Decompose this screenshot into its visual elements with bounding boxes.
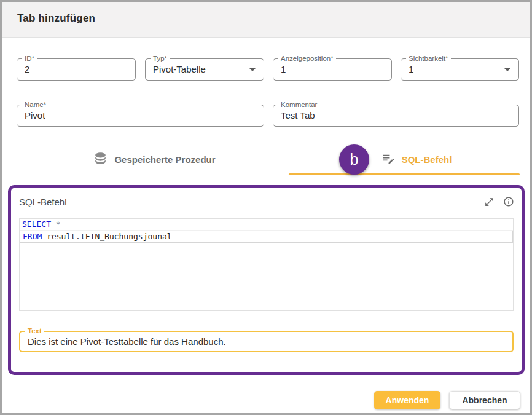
annotation-badge-b: b [339, 144, 369, 175]
sql-code-text: * [51, 219, 61, 229]
sichtbarkeit-select-value: 1 [409, 59, 413, 80]
text-field[interactable]: Text Dies ist eine Pivot-Testtabelle für… [19, 331, 514, 352]
kommentar-field[interactable]: Kommentar Test Tab [273, 105, 519, 127]
database-icon [93, 151, 108, 168]
name-field[interactable]: Name* Pivot [17, 105, 264, 127]
anwenden-button[interactable]: Anwenden [374, 391, 440, 409]
id-field-value: 2 [25, 59, 29, 80]
sql-code-line-active: FROM result.tFIN_Buchungsjounal [20, 231, 513, 243]
anzeigeposition-field[interactable]: Anzeigeposition* 1 [273, 58, 392, 81]
sql-panel-title: SQL-Befehl [19, 197, 67, 207]
abbrechen-button[interactable]: Abbrechen [449, 391, 520, 409]
active-tab-indicator [289, 173, 520, 175]
anzeigeposition-field-value: 1 [281, 59, 286, 80]
text-field-value: Dies ist eine Pivot-Testtabelle für das … [28, 332, 226, 351]
tab-sql-befehl-label: SQL-Befehl [402, 154, 452, 165]
sichtbarkeit-select[interactable]: Sichtbarkeit* 1 [401, 58, 519, 81]
chevron-down-icon[interactable] [249, 68, 256, 71]
name-field-value: Pivot [25, 105, 45, 126]
expand-icon[interactable] [484, 197, 495, 207]
dialog-header: Tab hinzufügen [2, 2, 530, 38]
typ-select[interactable]: Typ* Pivot-Tabelle [145, 58, 264, 81]
edit-note-icon [381, 151, 396, 168]
sql-code-text: result.tFIN_Buchungsjounal [42, 232, 171, 241]
typ-select-value: Pivot-Tabelle [153, 59, 206, 80]
info-icon[interactable] [503, 196, 514, 207]
add-tab-dialog: Tab hinzufügen ID* 2 Typ* Pivot-Tabelle … [0, 0, 532, 415]
kommentar-field-value: Test Tab [281, 105, 315, 126]
tab-gespeicherte-prozedur[interactable]: Gespeicherte Prozedur [63, 145, 245, 173]
chevron-down-icon[interactable] [504, 68, 510, 71]
dialog-title: Tab hinzufügen [17, 12, 95, 25]
sql-keyword: SELECT [22, 219, 51, 229]
sql-code-line: SELECT * [20, 219, 513, 231]
anzeigeposition-field-label: Anzeigeposition* [278, 55, 336, 62]
sql-befehl-panel: SQL-Befehl SELECT * FROM result.tFIN_Buc… [8, 185, 525, 375]
sql-code-editor[interactable]: SELECT * FROM result.tFIN_Buchungsjounal [19, 218, 514, 311]
tab-gespeicherte-prozedur-label: Gespeicherte Prozedur [114, 154, 215, 165]
id-field[interactable]: ID* 2 [17, 58, 136, 81]
sql-keyword: FROM [23, 232, 42, 241]
